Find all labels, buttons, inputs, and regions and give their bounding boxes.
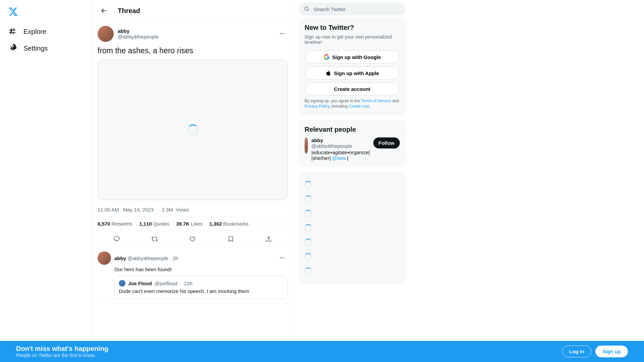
follow-button[interactable]: Follow: [373, 137, 400, 148]
terms-text: By signing up, you agree to the Terms of…: [305, 98, 400, 109]
tweet-meta-dot: ·: [158, 207, 159, 213]
tweet-stats: 6,570 Retweets 1,110 Quotes 39.7K Likes …: [98, 217, 288, 231]
sidebar-item-settings[interactable]: Settings: [4, 40, 52, 57]
main-content: Thread abby @abby4thepeople from the ash…: [92, 0, 293, 362]
loading-item: [305, 235, 400, 250]
bookmarks-label: Bookmarks: [223, 221, 249, 227]
likes-stat[interactable]: 39.7K Likes: [176, 221, 203, 227]
loading-item: [305, 206, 400, 221]
tweet-author-row: abby @abby4thepeople: [98, 26, 288, 42]
small-spinner: [305, 181, 312, 188]
main-tweet: abby @abby4thepeople from the ashes, a h…: [92, 22, 293, 247]
reply-button[interactable]: [110, 232, 123, 246]
person-bio-suffix: |: [347, 155, 348, 161]
bookmark-button[interactable]: [224, 232, 237, 246]
search-input-wrap[interactable]: [299, 3, 406, 15]
reply-time-value: 2h: [173, 255, 178, 261]
retweets-stat[interactable]: 6,570 Retweets: [98, 221, 132, 227]
terms-including: , including: [329, 104, 348, 109]
create-account-label: Create account: [334, 86, 370, 92]
small-spinner: [305, 253, 312, 260]
reply-avatar[interactable]: [98, 251, 111, 265]
quotes-stat[interactable]: 1,110 Quotes: [139, 221, 169, 227]
thread-header: Thread: [92, 0, 293, 22]
bookmarks-count: 1,362: [209, 221, 222, 227]
login-button[interactable]: Log in: [562, 346, 591, 357]
new-to-twitter-subtitle: Sign up now to get your own personalized…: [305, 34, 400, 45]
search-bar: [299, 0, 406, 18]
quoted-text: Dude can't even memorize his speech. I a…: [119, 288, 283, 295]
search-icon: [304, 6, 310, 12]
media-loading-spinner: [187, 124, 198, 135]
reply-author-info: abby @abby4thepeople · 2h: [98, 251, 178, 265]
relevant-person-bio: |educate•agitate•organize| |she/her| @iw…: [311, 149, 370, 161]
quoted-author-handle: @joeflood: [155, 281, 177, 286]
like-button[interactable]: [186, 232, 199, 246]
tweet-views-label: Views: [176, 207, 189, 213]
tweet-author-details: abby @abby4thepeople: [118, 28, 159, 40]
right-sidebar: New to Twitter? Sign up now to get your …: [293, 0, 411, 362]
signup-google-button[interactable]: Sign up with Google: [305, 50, 400, 64]
quoted-time-value: 22h: [184, 281, 193, 286]
quoted-tweet[interactable]: Joe Flood @joeflood · 22h Dude can't eve…: [114, 276, 288, 299]
tweet-timestamp: 11:00 AM · May 14, 2023: [98, 207, 154, 213]
quoted-time: ·: [180, 281, 181, 286]
sidebar: Explore Settings: [0, 0, 92, 362]
small-spinner: [305, 267, 312, 275]
apple-icon: [325, 70, 331, 76]
twitter-logo[interactable]: [4, 3, 22, 22]
small-spinner: [305, 195, 312, 203]
bookmarks-stat[interactable]: 1,362 Bookmarks: [209, 221, 249, 227]
relevant-person-handle[interactable]: @abby4thepeople: [311, 143, 370, 149]
share-button[interactable]: [262, 232, 275, 246]
signup-bar-button[interactable]: Sign up: [595, 346, 628, 357]
tweet-meta: 11:00 AM · May 14, 2023 · 2.3M Views: [98, 203, 288, 217]
sidebar-item-explore-label: Explore: [23, 28, 46, 36]
quotes-label: Quotes: [153, 221, 169, 227]
relevant-person-info: abby @abby4thepeople |educate•agitate•or…: [311, 137, 370, 161]
relevant-people-title: Relevant people: [305, 126, 400, 133]
terms-end: .: [369, 104, 370, 109]
reply-author-handle[interactable]: @abby4thepeople: [127, 255, 168, 261]
quoted-author-name: Joe Flood: [128, 281, 152, 286]
reply-text: Our hero has been found!: [114, 266, 288, 273]
tweet-views-count: 2.3M: [162, 207, 173, 213]
reply-header: abby @abby4thepeople · 2h: [98, 251, 288, 265]
new-to-twitter-title: New to Twitter?: [305, 24, 400, 32]
tweet-author-name[interactable]: abby: [118, 28, 159, 34]
tweet-more-button[interactable]: [276, 28, 288, 40]
retweets-count: 6,570: [98, 221, 110, 227]
sidebar-nav: Explore Settings: [4, 23, 52, 57]
reply-author-details: abby @abby4thepeople · 2h: [114, 255, 178, 261]
thread-title: Thread: [118, 7, 140, 15]
bottom-bar-sub-text: People on Twitter are the first to know.: [16, 353, 108, 358]
likes-label: Likes: [191, 221, 203, 227]
tweet-author-info: abby @abby4thepeople: [98, 26, 159, 42]
terms-of-service-link[interactable]: Terms of Service: [361, 99, 391, 103]
reply-time: ·: [170, 255, 172, 261]
relevant-person-avatar[interactable]: [305, 137, 308, 154]
create-account-button[interactable]: Create account: [305, 82, 400, 96]
relevant-person-name[interactable]: abby: [311, 137, 370, 143]
person-bio-link[interactable]: @iww: [332, 155, 345, 161]
reply-more-button[interactable]: [276, 252, 288, 264]
signup-apple-label: Sign up with Apple: [334, 70, 379, 76]
privacy-policy-link[interactable]: Privacy Policy: [305, 104, 329, 109]
retweet-button[interactable]: [148, 232, 161, 246]
bottom-bar-main-text: Don't miss what's happening: [16, 345, 108, 353]
tweet-media: [98, 59, 288, 200]
tweet-text: from the ashes, a hero rises: [98, 46, 288, 55]
tweet-author-handle[interactable]: @abby4thepeople: [118, 34, 159, 40]
sidebar-item-settings-label: Settings: [23, 45, 48, 52]
search-input[interactable]: [314, 6, 400, 12]
cookie-use-link[interactable]: Cookie Use: [348, 104, 369, 109]
loading-item: [305, 192, 400, 206]
quoted-author-info: Joe Flood @joeflood · 22h: [119, 280, 283, 287]
reply-author-name[interactable]: abby: [114, 255, 126, 261]
tweet-author-avatar[interactable]: [98, 26, 114, 42]
sidebar-item-explore[interactable]: Explore: [4, 23, 52, 40]
bottom-bar: Don't miss what's happening People on Tw…: [0, 341, 644, 362]
quotes-count: 1,110: [139, 221, 152, 227]
signup-apple-button[interactable]: Sign up with Apple: [305, 66, 400, 80]
back-button[interactable]: [98, 5, 110, 17]
